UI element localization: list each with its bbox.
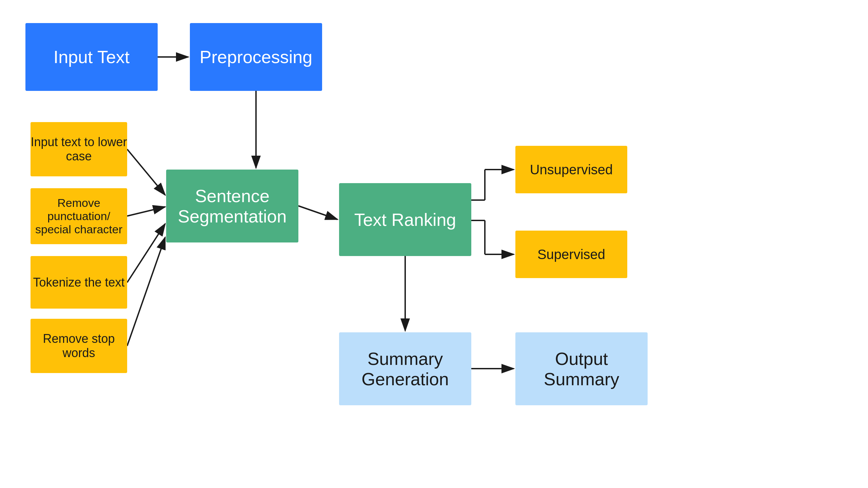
preprocessing-label: Preprocessing — [200, 47, 312, 67]
sentence-seg-label: Sentence Segmentation — [166, 186, 298, 227]
remove-stop-node: Remove stop words — [31, 319, 127, 373]
summary-gen-node: Summary Generation — [339, 332, 471, 405]
tokenize-label: Tokenize the text — [33, 275, 124, 290]
svg-line-3 — [127, 149, 165, 195]
supervised-node: Supervised — [515, 231, 627, 278]
tokenize-node: Tokenize the text — [31, 256, 127, 309]
remove-stop-label: Remove stop words — [31, 332, 127, 360]
unsupervised-label: Unsupervised — [530, 162, 613, 177]
supervised-label: Supervised — [537, 247, 605, 262]
summary-gen-label: Summary Generation — [339, 349, 471, 389]
input-text-node: Input Text — [25, 23, 158, 91]
svg-line-5 — [127, 224, 165, 282]
remove-punct-node: Remove punctuation/ special character — [31, 188, 127, 244]
svg-line-6 — [127, 237, 165, 346]
output-summary-node: Output Summary — [515, 332, 648, 405]
sentence-seg-node: Sentence Segmentation — [166, 170, 298, 242]
diagram-container: Input Text Preprocessing Input text to l… — [0, 0, 868, 488]
output-summary-label: Output Summary — [515, 349, 648, 389]
input-text-label: Input Text — [54, 47, 130, 67]
unsupervised-node: Unsupervised — [515, 146, 627, 193]
text-ranking-label: Text Ranking — [354, 210, 456, 230]
text-ranking-node: Text Ranking — [339, 183, 471, 256]
lower-case-node: Input text to lower case — [31, 122, 127, 176]
svg-line-4 — [127, 207, 165, 216]
lower-case-label: Input text to lower case — [31, 135, 127, 163]
preprocessing-node: Preprocessing — [190, 23, 322, 91]
svg-line-7 — [298, 206, 337, 219]
remove-punct-label: Remove punctuation/ special character — [31, 196, 127, 236]
